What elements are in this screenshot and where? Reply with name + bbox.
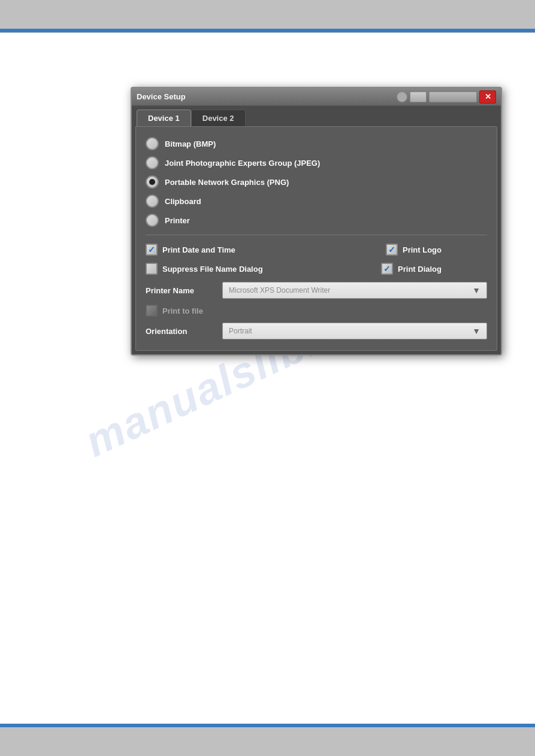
radio-printer[interactable]	[146, 214, 159, 227]
checkbox-print-dialog-label: Print Dialog	[398, 265, 442, 274]
top-bar	[0, 0, 535, 33]
dialog-title: Device Setup	[137, 92, 186, 101]
radio-bmp[interactable]	[146, 137, 159, 150]
orientation-select[interactable]: Portrait ▼	[222, 323, 487, 339]
tab-device1[interactable]: Device 1	[137, 110, 191, 126]
printer-name-value: Microsoft XPS Document Writer	[229, 286, 330, 294]
checkbox-suppress-label: Suppress File Name Dialog	[162, 265, 263, 274]
radio-option-printer[interactable]: Printer	[146, 211, 487, 230]
content-area: Bitmap (BMP) Joint Photographic Experts …	[135, 126, 497, 351]
close-button[interactable]: ✕	[479, 90, 496, 104]
radio-png-label: Portable Network Graphics (PNG)	[165, 178, 289, 187]
checkbox-print-date[interactable]: Print Date and Time	[146, 244, 235, 256]
print-to-file-row: Print to file	[146, 302, 487, 319]
checkbox-print-date-input[interactable]	[146, 244, 158, 256]
print-to-file-label: Print to file	[162, 306, 203, 315]
checkbox-print-dialog[interactable]: Print Dialog	[381, 263, 442, 275]
dialog-window: Device Setup ✕ Device 1 Device 2 Bitmap …	[131, 87, 502, 356]
radio-option-bmp[interactable]: Bitmap (BMP)	[146, 134, 487, 153]
title-bar-left: Device Setup	[137, 92, 186, 101]
checkbox-print-logo-label: Print Logo	[403, 245, 442, 254]
radio-option-png[interactable]: Portable Network Graphics (PNG)	[146, 172, 487, 192]
title-bar-controls: ✕	[397, 90, 496, 104]
radio-jpeg-label: Joint Photographic Experts Group (JPEG)	[165, 159, 320, 168]
orientation-row: Orientation Portrait ▼	[146, 319, 487, 343]
tabs-area: Device 1 Device 2	[132, 106, 501, 126]
printer-name-label: Printer Name	[146, 286, 217, 295]
checkbox-print-logo[interactable]: Print Logo	[386, 244, 442, 256]
orientation-label: Orientation	[146, 327, 217, 336]
checkbox-suppress-input[interactable]	[146, 263, 158, 275]
printer-name-row: Printer Name Microsoft XPS Document Writ…	[146, 278, 487, 302]
orientation-arrow-icon: ▼	[472, 326, 480, 336]
minimize-icon[interactable]	[397, 92, 407, 102]
restore-button[interactable]	[410, 92, 427, 102]
checkbox-suppress[interactable]: Suppress File Name Dialog	[146, 263, 263, 275]
printer-name-arrow-icon: ▼	[472, 286, 480, 295]
checkbox-row1: Print Date and Time Print Logo	[146, 240, 487, 259]
bottom-bar-gray	[0, 727, 535, 756]
radio-png[interactable]	[146, 175, 159, 189]
radio-clipboard-label: Clipboard	[165, 197, 201, 206]
radio-option-jpeg[interactable]: Joint Photographic Experts Group (JPEG)	[146, 153, 487, 172]
radio-printer-label: Printer	[165, 216, 190, 225]
orientation-value: Portrait	[229, 327, 252, 335]
title-bar: Device Setup ✕	[132, 88, 501, 106]
tab-device2[interactable]: Device 2	[191, 110, 246, 126]
checkbox-print-logo-input[interactable]	[386, 244, 398, 256]
print-to-file-checkbox[interactable]	[146, 305, 158, 317]
divider1	[146, 235, 487, 235]
radio-bmp-label: Bitmap (BMP)	[165, 139, 216, 148]
checkbox-print-date-label: Print Date and Time	[162, 245, 235, 254]
checkbox-row2: Suppress File Name Dialog Print Dialog	[146, 259, 487, 278]
printer-name-select[interactable]: Microsoft XPS Document Writer ▼	[222, 282, 487, 299]
radio-clipboard[interactable]	[146, 195, 159, 208]
top-bar-blue	[0, 29, 535, 32]
checkbox-print-dialog-input[interactable]	[381, 263, 393, 275]
slider-control[interactable]	[429, 92, 477, 102]
radio-option-clipboard[interactable]: Clipboard	[146, 192, 487, 211]
radio-jpeg[interactable]	[146, 156, 159, 169]
